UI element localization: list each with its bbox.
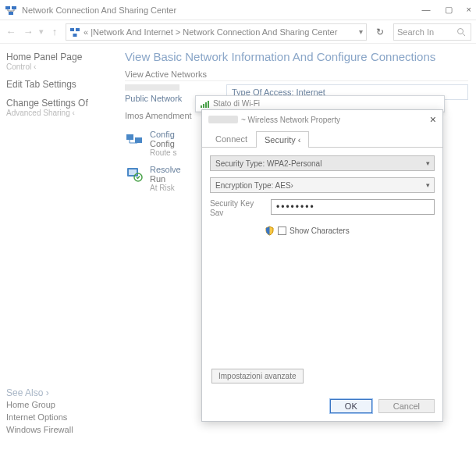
- cancel-button[interactable]: Cancel: [378, 399, 435, 413]
- refresh-button[interactable]: ↻: [371, 27, 389, 37]
- breadcrumb-text: « |Network And Internet > Network Connec…: [83, 27, 356, 37]
- sidebar-home-panel[interactable]: Home Panel Page: [6, 52, 111, 62]
- breadcrumb[interactable]: « |Network And Internet > Network Connec…: [66, 23, 367, 41]
- advanced-settings-button[interactable]: Impostazioni avanzate: [211, 369, 304, 383]
- ok-button[interactable]: OK: [330, 399, 372, 413]
- see-also-label: See Also ›: [6, 387, 123, 398]
- security-type-label: Security Type:: [215, 159, 265, 168]
- sidebar-edit-tab-settings[interactable]: Edit Tab Settings: [6, 79, 111, 90]
- window-minimize-button[interactable]: —: [422, 5, 431, 15]
- chevron-down-icon: ▾: [421, 159, 434, 167]
- network-name-placeholder: [125, 84, 179, 91]
- show-characters-label: Show Characters: [290, 226, 350, 235]
- wireless-property-dialog: ~ Wireless Network Property × Connect Se…: [201, 109, 443, 422]
- sidebar-windows-firewall[interactable]: Windows Firewall: [6, 425, 123, 434]
- network-icon: [69, 27, 80, 37]
- sidebar-advanced-sharing[interactable]: Advanced Sharing ‹: [6, 109, 111, 117]
- encryption-type-dropdown[interactable]: Encryption Type: AES› ▾: [210, 177, 435, 193]
- security-type-value: WPA2-Personal: [267, 159, 321, 168]
- window-title: Network Connection And Sharing Center: [22, 5, 176, 15]
- security-type-dropdown[interactable]: Security Type: WPA2-Personal ▾: [210, 155, 435, 171]
- troubleshoot-icon: [125, 165, 144, 184]
- wifi-status-title: Stato di Wi-Fi: [213, 99, 260, 108]
- task2-line2: Run: [150, 174, 181, 184]
- svg-rect-4: [76, 28, 80, 31]
- wifi-signal-icon: [201, 100, 210, 108]
- window-close-button[interactable]: ×: [467, 5, 471, 15]
- svg-line-7: [463, 34, 465, 36]
- svg-rect-9: [135, 137, 142, 143]
- search-input[interactable]: Search In: [393, 23, 471, 41]
- encryption-type-label: Encryption Type:: [215, 181, 273, 190]
- window-title-bar: Network Connection And Sharing Center — …: [0, 0, 476, 20]
- dialog-title-text: ~ Wireless Network Property: [241, 116, 340, 124]
- sidebar-home-group[interactable]: Home Group: [6, 400, 123, 409]
- network-setup-icon: [125, 130, 144, 148]
- search-placeholder: Search In: [397, 27, 434, 37]
- svg-rect-8: [126, 134, 133, 140]
- svg-rect-2: [9, 12, 13, 15]
- chevron-down-icon: ▾: [421, 181, 434, 189]
- sidebar-internet-options[interactable]: Internet Options: [6, 412, 123, 422]
- encryption-type-value: AES›: [275, 181, 293, 190]
- view-active-networks-label: View Active Networks: [125, 70, 468, 81]
- network-center-icon: [5, 4, 17, 16]
- network-name-redacted: [208, 116, 238, 123]
- svg-rect-3: [70, 28, 74, 31]
- sidebar-control[interactable]: Control ‹: [6, 62, 111, 71]
- dialog-title-bar: ~ Wireless Network Property ×: [202, 110, 442, 129]
- security-key-input[interactable]: ••••••••: [271, 199, 435, 215]
- task1-line2: Config: [150, 139, 176, 148]
- task1-line3: Route s: [150, 148, 176, 157]
- sidebar-change-settings[interactable]: Change Settings Of: [6, 98, 111, 109]
- nav-forward-button[interactable]: →: [22, 26, 34, 37]
- nav-separator: ▾: [39, 27, 44, 37]
- dialog-tabs: Connect Security ‹: [202, 129, 442, 148]
- nav-back-button[interactable]: ←: [5, 26, 17, 37]
- svg-rect-0: [5, 6, 10, 9]
- svg-point-6: [458, 28, 464, 34]
- security-key-value: ••••••••: [276, 202, 315, 212]
- breadcrumb-dropdown-icon[interactable]: ▾: [359, 27, 363, 36]
- task1-line1: Config: [150, 130, 176, 139]
- address-bar: ← → ▾ ↑ « |Network And Internet > Networ…: [0, 20, 476, 44]
- tab-connect[interactable]: Connect: [207, 130, 256, 147]
- task2-line3: At Risk: [150, 184, 181, 192]
- sidebar-see-also: See Also › Home Group Internet Options W…: [6, 387, 123, 437]
- search-icon: [456, 27, 466, 37]
- task2-line1: Resolve: [150, 165, 181, 174]
- security-key-label: Security Key Sav: [210, 199, 265, 218]
- tab-security[interactable]: Security ‹: [256, 131, 309, 148]
- shield-icon: [265, 226, 275, 236]
- dialog-close-button[interactable]: ×: [430, 114, 436, 125]
- svg-rect-1: [12, 6, 16, 9]
- svg-rect-5: [73, 34, 77, 37]
- nav-up-button[interactable]: ↑: [48, 26, 61, 37]
- page-title: View Basic Network Information And Confi…: [125, 50, 468, 63]
- window-maximize-button[interactable]: ▢: [445, 5, 453, 15]
- show-characters-checkbox[interactable]: [278, 226, 286, 235]
